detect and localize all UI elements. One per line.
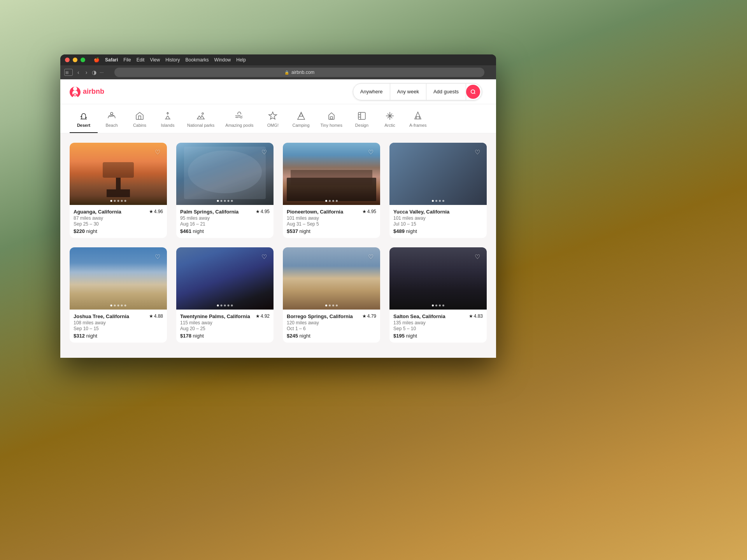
category-design-label: Design — [355, 123, 368, 128]
listing-dates-7: Oct 1 – 6 — [287, 326, 376, 331]
wishlist-button-1[interactable]: ♡ — [152, 147, 163, 158]
ssl-lock-icon: 🔒 — [284, 70, 289, 75]
browser-content: airbnb Anywhere Any week Add guests — [60, 79, 496, 358]
camping-icon — [296, 110, 306, 121]
wishlist-button-8[interactable]: ♡ — [472, 251, 483, 262]
address-bar[interactable]: 🔒 airbnb.com — [114, 68, 484, 77]
close-button[interactable] — [65, 58, 70, 62]
listing-dates-8: Sep 5 – 10 — [393, 326, 483, 331]
category-amazing-pools[interactable]: Amazing pools — [220, 107, 259, 133]
airbnb-logo[interactable]: airbnb — [70, 86, 104, 97]
forward-button[interactable]: › — [84, 68, 89, 76]
category-islands[interactable]: Islands — [154, 107, 182, 133]
search-submit-button[interactable] — [466, 85, 480, 99]
listing-card-8[interactable]: ♡ Salton Sea, California ★ 4.83 135 mile… — [389, 247, 487, 343]
listing-image-7: ♡ — [283, 247, 380, 310]
listing-location-1: Aguanga, California — [74, 209, 121, 215]
category-beach[interactable]: Beach — [98, 107, 126, 133]
listing-rating-5: ★ 4.88 — [149, 313, 163, 319]
listing-dates-6: Aug 20 – 25 — [180, 326, 270, 331]
wishlist-button-5[interactable]: ♡ — [152, 251, 163, 262]
wishlist-button-3[interactable]: ♡ — [365, 147, 376, 158]
listing-card-1[interactable]: ♡ Aguanga, California ★ 4.96 87 miles aw… — [70, 143, 167, 238]
listing-image-4: ♡ — [389, 143, 487, 205]
listing-info-1: Aguanga, California ★ 4.96 87 miles away… — [70, 205, 167, 238]
back-button[interactable]: ‹ — [76, 68, 81, 76]
svg-rect-3 — [330, 117, 333, 119]
category-design[interactable]: Design — [348, 107, 376, 133]
wishlist-button-4[interactable]: ♡ — [472, 147, 483, 158]
listing-card-2[interactable]: ♡ Palm Springs, California ★ 4.95 95 mil… — [176, 143, 274, 238]
category-beach-label: Beach — [105, 123, 117, 128]
svg-point-2 — [202, 113, 203, 114]
listing-info-2: Palm Springs, California ★ 4.95 95 miles… — [176, 205, 274, 238]
category-arctic-label: Arctic — [384, 123, 395, 128]
category-camping[interactable]: Camping — [287, 107, 315, 133]
category-islands-label: Islands — [161, 123, 175, 128]
listing-card-3[interactable]: ♡ Pioneertown, California ★ 4.95 101 mil… — [283, 143, 380, 238]
wishlist-button-6[interactable]: ♡ — [259, 251, 270, 262]
category-a-frames-label: A-frames — [409, 123, 427, 128]
help-menu[interactable]: Help — [234, 56, 248, 63]
desert-icon — [79, 110, 88, 121]
category-cabins[interactable]: Cabins — [126, 107, 154, 133]
listing-image-3: ♡ — [283, 143, 380, 205]
category-omg[interactable]: OMG! — [259, 107, 287, 133]
category-desert[interactable]: Desert — [70, 107, 98, 133]
sidebar-toggle[interactable]: ⊞ — [64, 69, 73, 76]
listing-card-4[interactable]: ♡ Yucca Valley, California 101 miles awa… — [389, 143, 487, 238]
image-dots-8 — [432, 304, 444, 306]
listing-dates-3: Aug 31 – Sep 5 — [287, 221, 376, 227]
fullscreen-button[interactable] — [81, 58, 85, 62]
edit-menu[interactable]: Edit — [134, 56, 147, 63]
beach-icon — [107, 110, 116, 121]
window-menu[interactable]: Window — [212, 56, 233, 63]
any-week-button[interactable]: Any week — [390, 84, 426, 100]
add-guests-button[interactable]: Add guests — [426, 84, 466, 100]
category-tiny-homes-label: Tiny homes — [321, 123, 342, 128]
view-menu[interactable]: View — [147, 56, 162, 63]
wishlist-button-2[interactable]: ♡ — [259, 147, 270, 158]
category-national-parks[interactable]: National parks — [182, 107, 220, 133]
svg-point-0 — [471, 89, 475, 93]
search-bar[interactable]: Anywhere Any week Add guests — [353, 83, 482, 100]
listing-distance-2: 95 miles away — [180, 215, 270, 221]
listing-price-5: $312 night — [74, 333, 163, 339]
islands-icon — [163, 110, 172, 121]
image-dots-5 — [110, 304, 126, 306]
listing-info-5: Joshua Tree, California ★ 4.88 108 miles… — [70, 310, 167, 343]
minimize-button[interactable] — [73, 58, 77, 62]
safari-menu[interactable]: Safari — [103, 56, 120, 63]
category-a-frames[interactable]: A-frames — [404, 107, 432, 133]
a-frames-icon — [413, 110, 423, 121]
listing-card-7[interactable]: ♡ Borrego Springs, California ★ 4.79 120… — [283, 247, 380, 343]
category-amazing-pools-label: Amazing pools — [225, 123, 253, 128]
listing-card-6[interactable]: ♡ Twentynine Palms, California ★ 4.92 11… — [176, 247, 274, 343]
image-dots-7 — [325, 304, 338, 306]
design-icon — [357, 110, 366, 121]
listing-dates-2: Aug 16 – 21 — [180, 221, 270, 227]
listing-image-8: ♡ — [389, 247, 487, 310]
category-tiny-homes[interactable]: Tiny homes — [315, 107, 348, 133]
listing-distance-3: 101 miles away — [287, 215, 376, 221]
image-dots-6 — [217, 304, 233, 306]
listing-card-5[interactable]: ♡ Joshua Tree, California ★ 4.88 108 mil… — [70, 247, 167, 343]
listing-image-1: ♡ — [70, 143, 167, 205]
listing-price-8: $195 night — [393, 333, 483, 339]
wishlist-button-7[interactable]: ♡ — [365, 251, 376, 262]
category-cabins-label: Cabins — [133, 123, 146, 128]
anywhere-button[interactable]: Anywhere — [353, 84, 390, 100]
category-camping-label: Camping — [292, 123, 309, 128]
category-arctic[interactable]: Arctic — [376, 107, 404, 133]
category-navigation: Desert Beach Cabins Island — [60, 104, 496, 133]
bookmarks-menu[interactable]: Bookmarks — [183, 56, 211, 63]
history-menu[interactable]: History — [163, 56, 182, 63]
listing-rating-8: ★ 4.83 — [469, 313, 483, 319]
apple-menu[interactable]: 🍎 — [91, 56, 102, 63]
safari-toolbar: ⊞ ‹ › ◑ ··· 🔒 airbnb.com — [60, 65, 496, 79]
category-national-parks-label: National parks — [187, 123, 214, 128]
listing-location-6: Twentynine Palms, California — [180, 313, 250, 319]
file-menu[interactable]: File — [121, 56, 133, 63]
listing-info-4: Yucca Valley, California 101 miles away … — [389, 205, 487, 238]
airbnb-header: airbnb Anywhere Any week Add guests — [60, 79, 496, 104]
